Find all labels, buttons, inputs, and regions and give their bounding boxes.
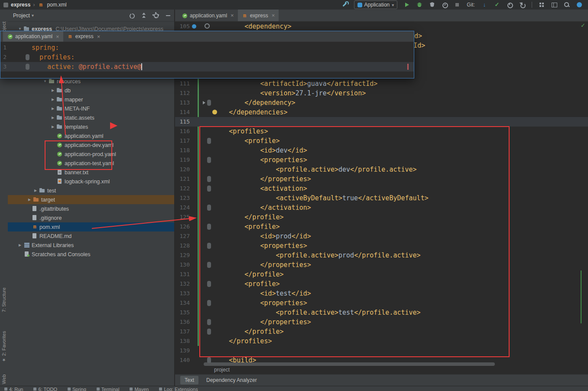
tree-item-gitignore[interactable]: .gitignore	[8, 213, 174, 222]
statusbar-item-terminal[interactable]: Terminal	[97, 387, 120, 391]
code-text[interactable]: <dependency>	[211, 22, 292, 31]
code-text[interactable]: <profiles>	[211, 127, 268, 136]
line-number[interactable]: 134	[175, 298, 190, 308]
code-text[interactable]: </properties>	[211, 174, 311, 184]
code-text[interactable]: </profiles>	[211, 336, 272, 346]
project-panel-title[interactable]: Project	[13, 13, 30, 19]
fold-gutter[interactable]	[201, 22, 211, 31]
tab-express[interactable]: mexpress×	[238, 10, 279, 21]
notification-icon[interactable]	[576, 1, 583, 8]
stripe-favorites[interactable]: ★2: Favorites	[0, 321, 7, 362]
code-text[interactable]: <version>27.1-jre</version>	[211, 88, 366, 98]
code-text[interactable]	[211, 346, 213, 355]
code-text[interactable]: profiles:	[29, 52, 75, 62]
code-text[interactable]: <activation>	[211, 184, 307, 193]
tree-item-readme-md[interactable]: README.md	[8, 231, 174, 241]
fold-gutter[interactable]	[201, 155, 211, 165]
fold-gutter[interactable]	[201, 251, 211, 260]
fold-gutter[interactable]	[6, 43, 29, 52]
line-number[interactable]: 115	[175, 117, 190, 127]
code-text[interactable]	[211, 117, 213, 127]
locate-icon[interactable]	[128, 12, 135, 19]
line-number[interactable]: 2	[0, 52, 6, 62]
fold-gutter[interactable]	[201, 317, 211, 327]
history-icon[interactable]	[506, 1, 513, 8]
fold-gutter[interactable]	[201, 279, 211, 289]
statusbar-item-maven[interactable]: Maven	[130, 387, 149, 391]
popup-editor-line[interactable]: 2 profiles:	[0, 52, 414, 62]
line-number[interactable]: 131	[175, 270, 190, 279]
line-number[interactable]: 127	[175, 231, 190, 241]
tree-item-static-assets[interactable]: ▶static.assets	[8, 113, 174, 122]
line-number[interactable]: 112	[175, 88, 190, 98]
code-text[interactable]: <properties>	[211, 241, 307, 251]
fold-marker-icon[interactable]	[207, 300, 211, 306]
line-number[interactable]: 105	[175, 22, 190, 31]
code-text[interactable]: </profile>	[211, 270, 284, 279]
code-text[interactable]: <profile.active>prod</profile.active>	[211, 251, 421, 260]
tree-expand-arrow-icon[interactable]: ▶	[49, 116, 56, 120]
tree-item-banner-txt[interactable]: banner.txt	[8, 168, 174, 177]
tree-expand-arrow-icon[interactable]: ▶	[49, 98, 56, 101]
stop-icon[interactable]	[454, 1, 461, 8]
fold-gutter[interactable]	[201, 184, 211, 193]
tree-expand-arrow-icon[interactable]: ▶	[26, 198, 33, 202]
code-text[interactable]: <profile>	[211, 136, 280, 146]
wrench-icon[interactable]	[341, 1, 348, 8]
code-text[interactable]: <properties>	[211, 155, 307, 165]
close-icon[interactable]: ×	[231, 12, 234, 19]
code-text[interactable]: <profile.active>dev</profile.active>	[211, 165, 417, 174]
fold-gutter[interactable]	[201, 117, 211, 127]
fold-gutter[interactable]	[201, 346, 211, 355]
fold-gutter[interactable]	[201, 231, 211, 241]
tree-item-gitattributes[interactable]: .gitattributes	[8, 204, 174, 213]
popup-tab-application-yaml[interactable]: application.yaml×	[3, 31, 63, 42]
fold-marker-icon[interactable]	[207, 329, 211, 335]
code-text[interactable]: </profile>	[211, 212, 284, 222]
line-number[interactable]: 121	[175, 174, 190, 184]
coverage-icon[interactable]	[429, 1, 435, 8]
stripe-structure[interactable]: 7: Structure	[0, 276, 7, 312]
code-text[interactable]: </profile>	[211, 327, 284, 336]
tree-item-templates[interactable]: ▶templates	[8, 122, 174, 131]
run-icon[interactable]	[403, 1, 410, 8]
popup-tab-express[interactable]: mexpress×	[63, 31, 104, 42]
tree-item-mapper[interactable]: ▶mapper	[8, 95, 174, 104]
close-icon[interactable]: ×	[56, 33, 59, 40]
tree-expand-arrow-icon[interactable]: ▼	[16, 27, 23, 31]
fold-gutter[interactable]	[201, 270, 211, 279]
line-number[interactable]: 117	[175, 136, 190, 146]
fold-gutter[interactable]	[201, 146, 211, 155]
line-number[interactable]: 128	[175, 241, 190, 251]
tree-item-test[interactable]: ▶test	[8, 186, 174, 195]
tree-item-application-test-yaml[interactable]: application-test.yaml	[8, 159, 174, 168]
fold-gutter[interactable]	[201, 165, 211, 174]
line-number[interactable]: 119	[175, 155, 190, 165]
layout-icon[interactable]	[551, 1, 558, 8]
line-number[interactable]: 1	[0, 43, 6, 52]
popup-editor-line[interactable]: 3 active: @profile.active@	[0, 62, 414, 72]
fold-gutter[interactable]	[201, 136, 211, 146]
tree-expand-arrow-icon[interactable]: ▶	[16, 243, 23, 247]
fold-marker-icon[interactable]	[207, 100, 211, 106]
tree-item-db[interactable]: ▶db	[8, 86, 174, 95]
line-number[interactable]: 125	[175, 212, 190, 222]
fold-gutter[interactable]	[201, 127, 211, 136]
windows-icon[interactable]	[538, 1, 545, 8]
fold-marker-icon[interactable]	[207, 243, 211, 249]
code-text[interactable]: <id>test</id>	[211, 289, 311, 298]
code-text[interactable]: spring:	[29, 43, 59, 52]
fold-gutter[interactable]	[201, 79, 211, 88]
code-text[interactable]: <artifactId>guava</artifactId>	[211, 79, 377, 88]
code-text[interactable]: </properties>	[211, 260, 311, 270]
code-text[interactable]: <profile.active>test</profile.active>	[211, 308, 421, 317]
debug-icon[interactable]	[416, 1, 423, 8]
fold-gutter[interactable]	[201, 308, 211, 317]
collapse-all-icon[interactable]	[140, 12, 147, 19]
fold-gutter[interactable]	[201, 88, 211, 98]
chevron-down-icon[interactable]: ▾	[32, 13, 34, 18]
tree-expand-arrow-icon[interactable]: ▶	[32, 189, 39, 192]
code-text[interactable]: </properties>	[211, 317, 311, 327]
fold-gutter[interactable]	[201, 98, 211, 108]
close-icon[interactable]: ×	[272, 12, 275, 19]
